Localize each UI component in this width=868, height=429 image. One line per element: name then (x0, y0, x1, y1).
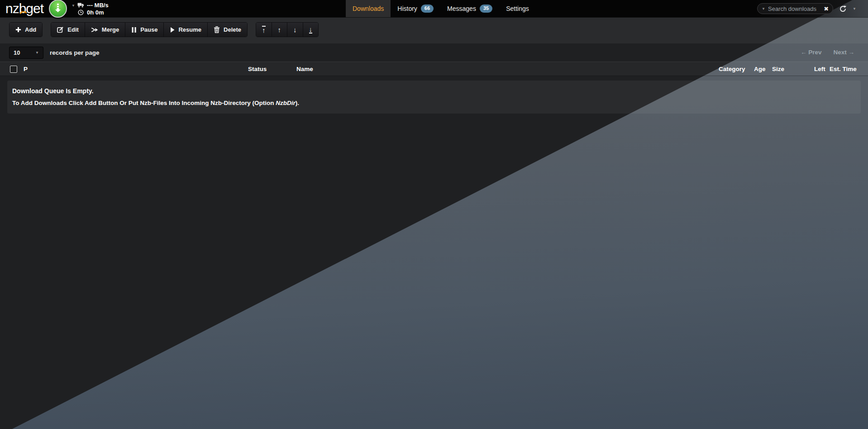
pagination-controls: ← Prev Next → (801, 49, 854, 56)
edit-icon (57, 26, 64, 33)
resume-button[interactable]: Resume (163, 23, 207, 37)
search-box: ▼ ✖ (757, 3, 833, 14)
resume-button-label: Resume (178, 26, 201, 33)
refresh-menu-caret-icon[interactable]: ▼ (853, 7, 856, 11)
download-arrow-icon (54, 3, 62, 14)
speed-row: --- MB/s (77, 1, 109, 9)
arrow-down-icon: ↓ (293, 26, 297, 33)
search-area: ▼ ✖ ▼ (757, 3, 856, 14)
time-left-row: 0h 0m (77, 9, 109, 16)
empty-queue-message-text: To Add Downloads Click Add Button Or Put… (12, 100, 276, 106)
search-options-caret-icon[interactable]: ▼ (762, 7, 765, 11)
pause-button[interactable]: Pause (125, 23, 163, 37)
delete-button-label: Delete (224, 26, 241, 33)
arrow-to-bottom-icon: ↓ (309, 26, 313, 33)
move-to-top-button[interactable]: ↑ (256, 23, 272, 37)
download-menu-caret-icon[interactable]: ▼ (72, 4, 75, 8)
delete-button[interactable]: Delete (207, 23, 247, 37)
header-left: Left (814, 66, 825, 72)
header-size: Size (772, 66, 784, 72)
records-per-page-select[interactable]: 10 ▼ (9, 47, 43, 59)
trash-icon (214, 26, 220, 33)
tab-history[interactable]: History 66 (391, 0, 440, 17)
add-button-group: Add (9, 22, 43, 37)
move-button-group: ↑ ↑ ↓ ↓ (256, 22, 319, 37)
edit-button-group: Edit Merge Pause (51, 22, 248, 37)
merge-button-label: Merge (102, 26, 119, 33)
tab-history-label: History (397, 5, 417, 12)
messages-count-badge: 35 (480, 5, 492, 13)
plus-icon (15, 27, 21, 33)
truck-icon (77, 2, 84, 8)
edit-button-label: Edit (67, 26, 79, 33)
header-est-time: Est. Time (830, 66, 857, 72)
empty-queue-option-name: NzbDir (276, 100, 296, 106)
edit-button[interactable]: Edit (51, 23, 85, 37)
move-down-button[interactable]: ↓ (287, 23, 303, 37)
select-caret-icon: ▼ (35, 51, 39, 55)
records-per-page-value: 10 (14, 49, 20, 56)
empty-queue-message-box: Download Queue Is Empty. To Add Download… (7, 81, 861, 114)
play-icon (170, 27, 175, 33)
refresh-button[interactable] (839, 5, 847, 13)
header-status: Status (248, 66, 267, 72)
header-priority: P (24, 66, 28, 72)
queue-toolbar: Add Edit Merg (0, 17, 868, 43)
add-button[interactable]: Add (10, 23, 42, 37)
add-button-label: Add (25, 26, 36, 33)
empty-queue-message-suffix: ). (296, 100, 299, 106)
select-all-checkbox[interactable] (10, 66, 17, 73)
top-navbar: nzbget ▼ --- MB/s (0, 0, 868, 17)
clock-icon (77, 10, 84, 15)
logo-swoosh-icon (19, 1, 27, 18)
empty-queue-title: Download Queue Is Empty. (12, 87, 93, 95)
merge-icon (91, 27, 98, 33)
status-block: --- MB/s 0h 0m (77, 1, 109, 16)
header-category: Category (719, 66, 745, 72)
nav-tabs: Downloads History 66 Messages 35 Setting… (346, 0, 536, 17)
arrow-up-icon: ↑ (278, 26, 281, 33)
move-up-button[interactable]: ↑ (272, 23, 287, 37)
tab-downloads[interactable]: Downloads (346, 0, 391, 17)
merge-button[interactable]: Merge (85, 23, 125, 37)
tab-downloads-label: Downloads (353, 5, 384, 12)
header-name: Name (296, 66, 313, 72)
refresh-icon (839, 5, 847, 13)
empty-queue-message: To Add Downloads Click Add Button Or Put… (12, 100, 299, 106)
prev-page-button[interactable]: ← Prev (801, 49, 822, 56)
move-to-bottom-button[interactable]: ↓ (303, 23, 319, 37)
next-page-button[interactable]: Next → (833, 49, 854, 56)
records-per-page-label: records per page (50, 49, 100, 56)
search-input[interactable] (768, 5, 821, 12)
history-count-badge: 66 (421, 5, 434, 13)
app-logo: nzbget (5, 0, 43, 17)
download-toggle-button[interactable] (49, 0, 67, 18)
tab-messages[interactable]: Messages 35 (440, 0, 499, 17)
queue-table-header: P Status Name Category Age Size Left Est… (0, 62, 868, 76)
time-left-value: 0h 0m (87, 9, 104, 16)
header-age: Age (754, 66, 766, 72)
tab-settings-label: Settings (506, 5, 529, 12)
search-clear-icon[interactable]: ✖ (824, 6, 829, 12)
tab-messages-label: Messages (447, 5, 476, 12)
pause-button-label: Pause (140, 26, 157, 33)
arrow-to-top-icon: ↑ (262, 26, 266, 33)
tab-settings[interactable]: Settings (499, 0, 536, 17)
speed-value: --- MB/s (87, 2, 109, 9)
records-row: 10 ▼ records per page ← Prev Next → (0, 43, 868, 62)
pause-icon (131, 27, 137, 33)
